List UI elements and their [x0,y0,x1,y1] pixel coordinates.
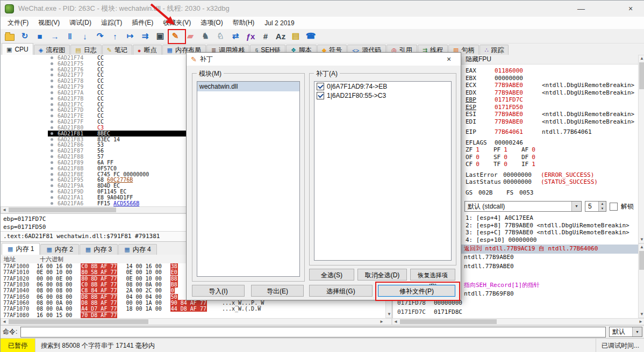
scroll-left-icon[interactable]: ◄ [392,319,399,325]
menu-item-2[interactable]: 视图(V) [33,17,65,28]
module-list-item[interactable]: wechatwin.dll [197,82,299,91]
register-row-laststatus[interactable]: LastStatus00000000(STATUS_SUCCESS) [461,178,638,186]
minimize-button[interactable]: — [569,1,593,17]
dump-row[interactable]: 77AF107008 00 0A 00A4 D7 AF 7718 00 1A 0… [1,306,385,312]
import-button[interactable]: 导入(I) [192,285,245,297]
open-file-icon[interactable] [4,30,16,42]
calling-convention-select[interactable]: 默认 (stdcall) ▼ [464,201,582,212]
scroll-right-icon[interactable]: ► [638,319,644,325]
compare-icon[interactable]: ⇄ [230,30,241,42]
patch-list[interactable]: 0|6A7F1AD9:74->EB1|6AD21F80:55->C3 [314,81,452,261]
eraser-icon[interactable]: ▰ [184,30,196,42]
animate-icon[interactable]: ⇉ [139,30,151,42]
register-row-esi[interactable]: ESI77B9ABE0<ntdll.DbgUiRemoteBreakin> [461,111,638,118]
patch-checkbox[interactable] [317,92,324,99]
callconv-arg-2[interactable]: 2: [esp+8] 77B9ABE0 <ntdll.DbgUiRemoteBr… [461,222,638,229]
run-icon[interactable]: → [49,30,61,42]
dump-tab-4[interactable]: ▦内存 4 [118,244,156,255]
notes-icon[interactable]: ▤ [290,30,302,42]
callconv-arg-4[interactable]: 4: [esp+10] 00000000 [461,236,638,244]
callconv-arg-3[interactable]: 3: [esp+C] 77B9ABE0 <ntdll.DbgUiRemoteBr… [461,229,638,236]
tab-trace[interactable]: ∴跟踪 [480,45,509,55]
dump-row[interactable]: 77AF106008 00 0A 00D8 8B AF 7700 00 1A 0… [1,300,385,306]
register-row-lasterror[interactable]: LastError00000000(ERROR_SUCCESS) [461,171,638,179]
chevron-down-icon[interactable]: ▼ [632,327,642,336]
patch-checkbox[interactable] [317,83,324,90]
dump-tab-2[interactable]: ▦内存 2 [40,244,78,255]
goose-icon-1[interactable]: ♞ [199,30,211,42]
export-button[interactable]: 导出(E) [251,285,304,297]
hash-icon[interactable]: # [260,30,271,42]
scroll-down-icon[interactable]: ▼ [639,236,644,243]
dump-hscroll-thumb[interactable] [9,319,148,324]
patch-list-item[interactable]: 1|6AD21F80:55->C3 [314,91,451,100]
tab-log[interactable]: ▤日志 [70,45,101,55]
scroll-left-icon[interactable]: ◄ [1,319,8,325]
register-row-edi[interactable]: EDI77B9ABE0<ntdll.DbgUiRemoteBreakin> [461,118,638,126]
menu-item-7[interactable]: 选项(O) [196,17,227,28]
scroll-up-icon[interactable]: ▲ [639,55,644,62]
flag-of[interactable]: OF0 [466,154,480,161]
close-button[interactable]: × [619,1,642,17]
stack-vscrollbar[interactable]: ▲ ▼ [638,243,644,318]
menu-item-1[interactable]: 文件(F) [3,17,33,28]
patch-list-item[interactable]: 0|6A7F1AD9:74->EB [314,82,451,91]
dialog-close-button[interactable]: × [441,55,456,63]
scroll-down-icon[interactable]: ▼ [639,311,644,318]
spinner-arrows-icon[interactable]: ▲▼ [598,202,606,211]
flag-tf[interactable]: TF0 [493,161,507,168]
step-out-icon[interactable]: ↑ [109,30,121,42]
register-row-eax[interactable]: EAX01186000 [461,67,638,75]
step-over-icon[interactable]: ↷ [94,30,106,42]
flag-af[interactable]: AF0 [521,146,535,153]
chevron-down-icon[interactable]: ▼ [571,202,581,211]
flag-if[interactable]: IF1 [521,161,535,168]
select-all-button[interactable]: 全选(S) [309,269,354,281]
flag-sf[interactable]: SF0 [493,154,507,161]
command-input[interactable] [20,327,606,337]
dump-hscrollbar[interactable]: ◄ ► [1,318,392,325]
registers-vscrollbar[interactable]: ▲ ▼ [638,55,644,243]
menu-item-4[interactable]: 追踪(T) [96,17,127,28]
menu-item-3[interactable]: 调试(D) [65,17,96,28]
args-count-spinner[interactable]: 5 ▲▼ [585,201,606,212]
dump-row[interactable]: 77AF108016 00 15 0070 D8 AF 77 [1,312,385,318]
goose-icon-2[interactable]: ♘ [214,30,226,42]
module-list[interactable]: wechatwin.dll [197,81,300,277]
stack-hscroll-thumb[interactable] [400,319,497,324]
flag-df[interactable]: DF0 [521,154,535,161]
scroll-right-icon[interactable]: ► [378,319,385,325]
assemble-icon[interactable]: ƒx [245,30,256,42]
flag-pf[interactable]: PF1 [493,146,507,153]
register-row-eflags[interactable]: EFLAGS00000246 [461,139,638,147]
register-row-ebx[interactable]: EBX00000000 [461,75,638,82]
stop-icon[interactable]: ■ [34,30,46,42]
stack-vscroll-thumb[interactable] [639,251,644,270]
scroll-left-icon[interactable]: ◄ [1,207,8,213]
deselect-all-button[interactable]: 取消全选(D) [357,269,407,281]
register-row-segments[interactable]: GS002BFS0053 [461,189,638,197]
run-to-cursor-icon[interactable]: ↦ [124,30,136,42]
flag-cf[interactable]: CF0 [466,161,480,168]
restart-icon[interactable]: ↻ [19,30,31,42]
registers-vscroll-thumb[interactable] [639,62,644,89]
stack-hscrollbar[interactable]: ◄ ► [392,318,644,325]
callconv-arg-1[interactable]: 1: [esp+4] A0C17EEA [461,214,638,222]
tab-notes[interactable]: ✎笔记 [102,45,132,55]
tab-cpu[interactable]: ▣CPU [2,43,33,55]
register-row-ecx[interactable]: ECX77B9ABE0<ntdll.DbgUiRemoteBreakin> [461,82,638,89]
hide-fpu-button[interactable]: 隐藏FPU [461,55,638,64]
pause-icon[interactable]: ‖ [64,30,76,42]
step-into-icon[interactable]: ↓ [79,30,91,42]
disasm-hscroll-thumb[interactable] [9,207,116,212]
command-profile-select[interactable]: 默认 ▼ [609,327,642,337]
stack-row[interactable]: 0171FD7C0171FD8C [393,308,638,318]
flag-zf[interactable]: ZF1 [466,146,480,153]
trace-icon[interactable]: ▣ [154,30,166,42]
handles-icon[interactable]: ☎ [305,30,317,42]
scroll-up-icon[interactable]: ▲ [639,244,644,250]
register-row-edx[interactable]: EDX77B9ABE0<ntdll.DbgUiRemoteBreakin> [461,89,638,97]
select-group-button[interactable]: 选择组(G) [309,285,373,297]
dump-tab-3[interactable]: ▦内存 3 [80,244,118,255]
dump-tab-1[interactable]: ▦内存 1 [2,243,40,255]
